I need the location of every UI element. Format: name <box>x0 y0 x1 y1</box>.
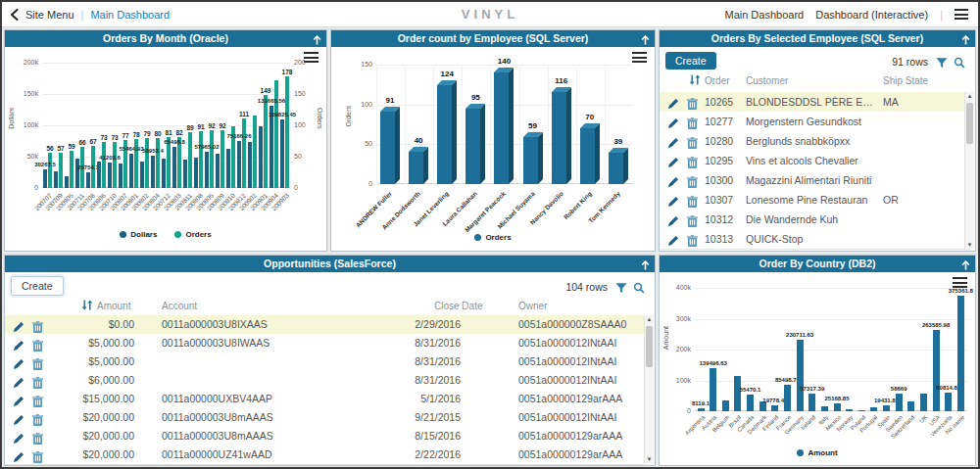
bar-dollars[interactable] <box>205 152 209 188</box>
bar-dollars[interactable] <box>65 176 69 188</box>
bar-amount[interactable] <box>846 409 853 411</box>
table-row[interactable]: 10307Lonesome Pine RestauranOR <box>660 190 964 211</box>
bar-amount[interactable] <box>933 330 940 411</box>
bar-dollars[interactable] <box>237 141 241 188</box>
bar-dollars[interactable] <box>248 142 252 188</box>
bar-amount[interactable] <box>858 410 865 411</box>
chart-menu-icon[interactable] <box>953 277 967 288</box>
bar-amount[interactable] <box>834 403 841 411</box>
bar-dollars[interactable] <box>43 169 47 188</box>
column-header-order[interactable]: Order <box>705 74 730 88</box>
table-row[interactable]: 10265BLONDESDDSL PÈRE ET FI…MA <box>660 92 964 113</box>
delete-icon[interactable] <box>687 155 699 166</box>
bar-dollars[interactable] <box>280 119 284 188</box>
bar-orders[interactable] <box>253 116 257 188</box>
create-button[interactable]: Create <box>665 52 716 70</box>
bar-orders[interactable] <box>145 138 149 188</box>
bar-orders[interactable] <box>210 130 214 188</box>
bar-amount[interactable] <box>797 340 804 411</box>
bar-dollars[interactable] <box>75 159 79 188</box>
edit-icon[interactable] <box>667 116 679 127</box>
edit-icon[interactable] <box>13 338 24 350</box>
scroll-thumb[interactable] <box>646 326 653 367</box>
table-row[interactable]: $15,000.000011a00000UXBV4AAP5/1/20160051… <box>5 390 644 409</box>
delete-icon[interactable] <box>687 174 699 186</box>
bar-orders[interactable] <box>242 118 246 188</box>
bar-amount[interactable] <box>722 400 729 411</box>
delete-icon[interactable] <box>687 116 699 127</box>
bar-amount[interactable] <box>710 368 716 411</box>
scroll-up-icon[interactable]: ▲ <box>965 92 974 101</box>
bar-dollars[interactable] <box>216 154 220 188</box>
scrollbar[interactable]: ▲ ▼ <box>644 315 654 464</box>
bar-dollars[interactable] <box>86 172 90 188</box>
bar-amount[interactable] <box>734 376 741 411</box>
table-row[interactable]: $0.000011a000003U8IXAAS2/29/20160051a000… <box>5 315 644 335</box>
column-header-amount[interactable]: Amount <box>97 300 130 313</box>
main-dashboard-nav[interactable]: Main Dashboard <box>724 9 804 21</box>
bar-orders[interactable] <box>274 80 278 188</box>
column-header-owner[interactable]: Owner <box>518 300 547 313</box>
bar-orders[interactable] <box>437 85 452 184</box>
bar-amount[interactable] <box>896 394 903 411</box>
edit-icon[interactable] <box>667 213 679 225</box>
edit-icon[interactable] <box>667 233 679 245</box>
delete-icon[interactable] <box>32 412 44 424</box>
bar-amount[interactable] <box>945 393 952 411</box>
table-row[interactable]: $20,000.000011a00000UZ41wAAD2/22/2016005… <box>5 446 644 465</box>
scroll-thumb[interactable] <box>966 103 973 144</box>
edit-icon[interactable] <box>13 449 24 461</box>
search-icon[interactable] <box>954 55 965 67</box>
bar-dollars[interactable] <box>194 158 198 188</box>
bar-dollars[interactable] <box>119 164 122 188</box>
dashboard-interactive-nav[interactable]: Dashboard (Interactive) <box>815 9 928 21</box>
bar-dollars[interactable] <box>162 159 166 188</box>
menu-icon[interactable] <box>955 9 968 20</box>
edit-icon[interactable] <box>13 375 24 387</box>
bar-orders[interactable] <box>102 142 106 188</box>
bar-orders[interactable] <box>523 137 538 184</box>
bar-amount[interactable] <box>870 407 877 411</box>
bar-orders[interactable] <box>285 76 289 188</box>
table-row[interactable]: $6,000.008/31/20160051a0000012INtAAI <box>5 371 644 391</box>
bar-amount[interactable] <box>808 394 815 411</box>
legend-item[interactable]: Amount <box>797 448 837 457</box>
table-row[interactable]: $5,000.008/31/20160051a0000012INtAAI <box>5 352 644 372</box>
bar-orders[interactable] <box>264 95 268 188</box>
edit-icon[interactable] <box>13 356 24 368</box>
delete-icon[interactable] <box>687 213 699 225</box>
bar-orders[interactable] <box>380 112 395 184</box>
bar-amount[interactable] <box>907 401 914 411</box>
bar-dollars[interactable] <box>172 147 176 188</box>
bar-amount[interactable] <box>771 405 778 411</box>
bar-dollars[interactable] <box>151 156 155 188</box>
bar-dollars[interactable] <box>259 126 263 188</box>
bar-amount[interactable] <box>698 408 705 411</box>
bar-dollars[interactable] <box>97 162 101 188</box>
scroll-up-icon[interactable]: ▲ <box>645 315 654 324</box>
bar-dollars[interactable] <box>183 160 187 188</box>
table-row[interactable]: 10295Vins et alcools Chevalier <box>660 151 964 171</box>
legend-item[interactable]: Dollars <box>120 230 157 239</box>
delete-icon[interactable] <box>32 356 44 368</box>
table-row[interactable]: $5,000.000011a000003U8IWAAS8/31/20160051… <box>5 334 644 353</box>
table-row[interactable]: 10313QUICK-Stop <box>660 229 964 250</box>
delete-icon[interactable] <box>32 375 44 387</box>
delete-icon[interactable] <box>32 394 44 405</box>
column-header-ship-state[interactable]: Ship State <box>883 74 928 88</box>
edit-icon[interactable] <box>13 412 24 424</box>
bar-orders[interactable] <box>59 153 63 188</box>
create-button[interactable]: Create <box>11 276 64 296</box>
bar-dollars[interactable] <box>140 162 144 188</box>
edit-icon[interactable] <box>667 155 679 166</box>
delete-icon[interactable] <box>32 319 44 331</box>
bar-orders[interactable] <box>188 132 192 188</box>
column-header-close-date[interactable]: Close Date <box>434 300 482 313</box>
delete-icon[interactable] <box>687 135 699 147</box>
legend-item[interactable]: Orders <box>174 230 211 239</box>
bar-orders[interactable] <box>609 153 623 184</box>
bar-dollars[interactable] <box>108 163 112 188</box>
bar-orders[interactable] <box>199 131 203 188</box>
filter-icon[interactable] <box>936 55 948 67</box>
bar-orders[interactable] <box>466 109 480 184</box>
